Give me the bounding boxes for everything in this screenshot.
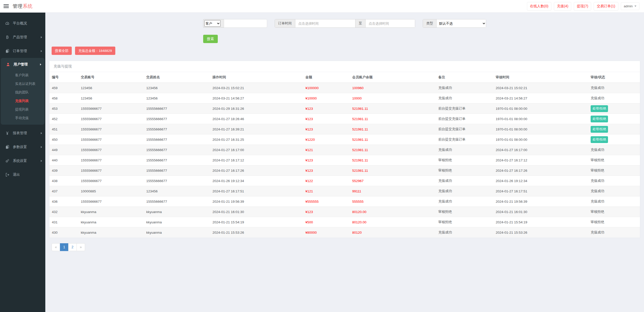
chevron-right-icon — [41, 36, 42, 38]
cell-op_time: 2024-01-27 16:17:26 — [210, 165, 303, 176]
table-row: 45015555666677155556666772024-01-27 16:3… — [49, 134, 640, 145]
topbar-stat-button[interactable]: 在线人数(0) — [527, 2, 551, 11]
sidebar-item-产品管理[interactable]: 产品管理 — [0, 30, 45, 44]
cell-status: 充值成功 — [588, 196, 640, 207]
sidebar-subitem-充值列表[interactable]: 充值列表 — [1, 97, 45, 105]
sidebar-item-用户管理[interactable]: 用户管理 — [1, 58, 45, 71]
cell-name: 15555666677 — [144, 124, 210, 134]
search-all-button[interactable]: 搜索全部 — [52, 47, 72, 55]
topbar-stat-button[interactable]: 交易订单(1) — [594, 2, 618, 11]
time-from-input[interactable] — [295, 19, 355, 27]
sidebar-subitem-实名认证列表[interactable]: 实名认证列表 — [1, 80, 45, 88]
table-row: 432kkyuanmakkyuanma2024-01-21 16:01:30¥1… — [49, 207, 640, 217]
recharge-withdraw-panel: 充值与提现 编号交易账号交易姓名操作时间金额会员账户余额备注审核时间审核/状态 … — [49, 61, 640, 238]
process-reject-button[interactable]: 处理/拒绝 — [591, 136, 608, 143]
cell-balance: 80120.00 — [350, 217, 436, 227]
cell-balance: 99111 — [350, 186, 436, 196]
cell-audit_time: 2024-01-27 16:17:51 — [493, 186, 588, 196]
sidebar-subitem-我的团队[interactable]: 我的团队 — [1, 88, 45, 97]
sidebar-item-label: 报表管理 — [13, 131, 27, 135]
cell-name: kkyuanma — [144, 207, 210, 217]
sidebar-subitem-提现列表[interactable]: 提现列表 — [1, 105, 45, 114]
cell-account: 15555666677 — [78, 155, 144, 165]
process-reject-button[interactable]: 处理/拒绝 — [591, 126, 608, 133]
sidebar-item-平台概况[interactable]: 平台概况 — [0, 16, 45, 30]
table-row: 4591234561234562024-03-21 15:02:21¥10000… — [49, 83, 640, 93]
table-row: 4581234561234562024-03-21 14:56:27¥10000… — [49, 93, 640, 103]
table-row: 45115555666677155556666772024-01-27 16:3… — [49, 124, 640, 134]
cell-balance: 80120.00 — [350, 207, 436, 217]
brand-logo[interactable]: 管理系统 — [13, 3, 33, 10]
cell-op_time: 2024-01-26 19:12:34 — [210, 176, 303, 186]
cell-name: 15555666677 — [144, 145, 210, 155]
cell-amount: ¥500 — [303, 217, 350, 227]
user-name: admin — [624, 4, 633, 8]
process-reject-button[interactable]: 处理/拒绝 — [591, 116, 608, 122]
sidebar-subitem-手动充值[interactable]: 手动充值 — [1, 114, 45, 122]
cell-account: 15555666677 — [78, 145, 144, 155]
cell-name: 123456 — [144, 93, 210, 103]
sidebar-item-系统设置[interactable]: 系统设置 — [0, 154, 45, 168]
search-button[interactable]: 搜索 — [203, 35, 218, 43]
cell-remark: 充值成功 — [436, 83, 493, 93]
cell-audit_time: 2024-01-21 16:01:30 — [493, 207, 588, 217]
hamburger-icon[interactable] — [4, 4, 9, 8]
cell-remark: 充值成功 — [436, 227, 493, 238]
cell-id: 451 — [49, 124, 78, 134]
sidebar-item-参数设置[interactable]: 参数设置 — [0, 140, 45, 154]
topbar-stat-button[interactable]: 充值(4) — [554, 2, 571, 11]
cell-balance: 521981.11 — [350, 145, 436, 155]
cell-id: 438 — [49, 176, 78, 186]
cell-op_time: 2024-01-27 16:17:00 — [210, 145, 303, 155]
sidebar-item-退出[interactable]: 退出 — [0, 168, 45, 182]
topbar-stat-button[interactable]: 提现(7) — [574, 2, 591, 11]
sidebar-item-订单管理[interactable]: 订单管理 — [0, 44, 45, 58]
time-to-input[interactable] — [366, 19, 415, 27]
pagination-next[interactable]: » — [77, 243, 85, 251]
pagination-page-1[interactable]: 1 — [60, 243, 68, 251]
cell-op_time: 2024-01-27 16:17:51 — [210, 186, 303, 196]
cell-status: 充值成功 — [588, 93, 640, 103]
type-label: 类型 — [423, 19, 437, 27]
cell-amount: ¥123 — [303, 165, 350, 176]
cell-name: 15555666677 — [144, 165, 210, 176]
chevron-right-icon — [40, 63, 41, 65]
action-row: 搜索全部 充值总金额：1848829 — [52, 47, 640, 55]
sidebar-submenu: 客户列表实名认证列表我的团队充值列表提现列表手动充值 — [1, 71, 45, 122]
customer-type-select[interactable]: 客户 — [204, 20, 221, 27]
table-row: 44015555666677155556666772024-01-27 16:1… — [49, 155, 640, 165]
table-row: 45215555666677155556666772024-01-27 18:2… — [49, 114, 640, 124]
cell-op_time: 2024-01-27 16:17:12 — [210, 155, 303, 165]
sidebar-item-报表管理[interactable]: 报表管理 — [0, 126, 45, 140]
total-amount-badge[interactable]: 充值总金额：1848829 — [75, 47, 115, 55]
user-menu-button[interactable]: admin — [621, 2, 639, 10]
table-body: 4591234561234562024-03-21 15:02:21¥10000… — [49, 83, 640, 238]
cell-amount: ¥123 — [303, 103, 350, 114]
cell-name: 15555666677 — [144, 134, 210, 145]
pagination-page-2[interactable]: 2 — [68, 243, 77, 251]
cell-op_time: 2024-03-21 15:02:21 — [210, 83, 303, 93]
cell-account: kkyuanma — [78, 227, 144, 238]
gauge-icon — [5, 21, 10, 25]
cell-balance: 521981.11 — [350, 124, 436, 134]
pagination-prev[interactable]: « — [52, 243, 60, 251]
cell-remark: 充值成功 — [436, 196, 493, 207]
cell-id: 459 — [49, 83, 78, 93]
cell-audit_time: 2024-01-21 15:54:19 — [493, 217, 588, 227]
keyword-filter-group: 客户 — [203, 19, 267, 28]
topbar-actions: 在线人数(0)充值(4)提现(7)交易订单(1) admin — [527, 2, 644, 11]
type-select[interactable]: 默认不选 — [437, 19, 486, 27]
cell-status: 处理/拒绝 — [588, 124, 640, 134]
cell-account: 15555666677 — [78, 134, 144, 145]
cell-op_time: 2024-01-27 16:31:25 — [210, 134, 303, 145]
sidebar-subitem-客户列表[interactable]: 客户列表 — [1, 71, 45, 80]
table-row: 431kkyuanmakkyuanma2024-01-21 15:54:19¥5… — [49, 217, 640, 227]
cell-balance: 521981.11 — [350, 114, 436, 124]
customer-select-addon: 客户 — [203, 19, 224, 28]
to-label: 至 — [355, 19, 366, 27]
cell-amount: ¥123 — [303, 114, 350, 124]
cell-remark: 前台提交充值订单 — [436, 134, 493, 145]
keyword-input[interactable] — [224, 19, 267, 28]
process-reject-button[interactable]: 处理/拒绝 — [591, 105, 608, 112]
cell-op_time: 2024-01-21 16:01:30 — [210, 207, 303, 217]
